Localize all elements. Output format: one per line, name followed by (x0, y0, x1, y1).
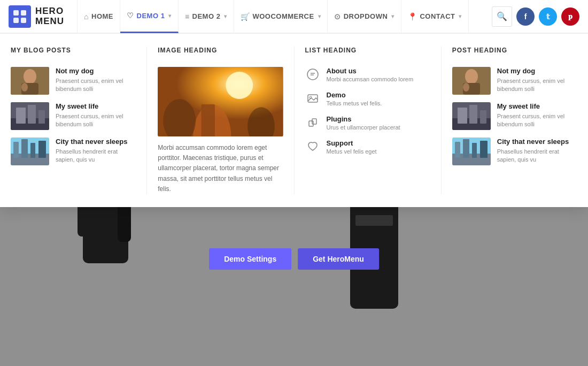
mega-col-blog: MY BLOG POSTS Not my dog Praesent cursus… (0, 47, 147, 194)
plugin-icon (305, 115, 320, 130)
svg-rect-0 (13, 10, 19, 16)
list-item-support[interactable]: Support Metus vel felis eget (305, 139, 430, 155)
image-col-text: Morbi accumsan commodo lorem eget portti… (158, 143, 283, 194)
svg-point-20 (226, 72, 253, 99)
blog-post-thumb-2 (11, 102, 49, 130)
heart-outline-icon (305, 139, 320, 154)
chevron-down-icon: ▾ (391, 13, 394, 19)
lines-icon: ≡ (185, 12, 190, 21)
list-heading: LIST HEADING (305, 47, 430, 58)
nav-item-home[interactable]: ⌂ HOME (77, 0, 120, 33)
svg-rect-10 (16, 108, 26, 124)
svg-rect-39 (458, 108, 467, 124)
svg-rect-30 (309, 121, 313, 126)
blog-post-info-3: City that never sleeps Phasellus hendrer… (56, 138, 136, 164)
post-item[interactable]: City that never sleeps Phasellus hendrer… (452, 138, 577, 165)
twitter-button[interactable]: 𝕥 (539, 7, 557, 26)
blog-post-item[interactable]: City that never sleeps Phasellus hendrer… (11, 138, 136, 165)
svg-point-36 (463, 83, 469, 92)
post-thumb-1 (452, 67, 491, 95)
svg-rect-22 (202, 104, 215, 136)
main-navigation: HERO MENU ⌂ HOME ♡ DEMO 1 ▾ ≡ DEMO 2 ▾ 🛒… (0, 0, 588, 33)
logo[interactable]: HERO MENU (9, 5, 64, 28)
svg-rect-17 (30, 143, 35, 158)
post-info-3: City that never sleeps Phasellus hendrer… (497, 138, 577, 164)
post-thumb-2 (452, 102, 491, 130)
post-info-1: Not my dog Praesent cursus, enim vel bib… (497, 67, 577, 94)
svg-point-7 (21, 83, 28, 92)
search-button[interactable]: 🔍 (492, 6, 512, 27)
svg-rect-40 (469, 105, 477, 124)
chevron-down-icon: ▾ (459, 13, 462, 19)
blog-heading: MY BLOG POSTS (11, 47, 136, 58)
get-heromenu-button[interactable]: Get HeroMenu (298, 248, 379, 270)
nav-item-contact[interactable]: 📍 CONTACT ▾ (401, 0, 469, 33)
svg-rect-15 (13, 142, 19, 158)
nav-right: 🔍 f 𝕥 𝐩 (492, 6, 579, 27)
post-info-2: My sweet life Praesent cursus, enim vel … (497, 102, 577, 129)
image-heading: IMAGE HEADING (158, 47, 283, 58)
mega-image (158, 67, 283, 136)
svg-rect-47 (480, 141, 488, 158)
cta-buttons: Demo Settings Get HeroMenu (209, 248, 379, 270)
blog-post-item[interactable]: My sweet life Praesent cursus, enim vel … (11, 102, 136, 130)
post-heading: POST HEADING (452, 47, 577, 58)
cart-icon: 🛒 (241, 12, 250, 21)
list-item-about[interactable]: About us Morbi accumsan commodo lorem (305, 67, 430, 82)
nav-item-dropdown[interactable]: ⊙ DROPDOWN ▾ (328, 0, 401, 33)
chevron-down-icon: ▾ (224, 13, 227, 19)
mega-col-list: LIST HEADING About us Morbi accumsan com… (295, 47, 442, 194)
blog-post-item[interactable]: Not my dog Praesent cursus, enim vel bib… (11, 67, 136, 95)
svg-rect-56 (355, 215, 393, 226)
mega-col-image: IMAGE HEADING Morbi accumsan c (147, 47, 294, 194)
facebook-button[interactable]: f (516, 7, 535, 26)
nav-item-woocommerce[interactable]: 🛒 WOOCOMMERCE ▾ (234, 0, 328, 33)
nav-item-demo2[interactable]: ≡ DEMO 2 ▾ (179, 0, 234, 33)
svg-rect-16 (21, 139, 28, 158)
svg-point-5 (24, 69, 36, 84)
list-item-plugins[interactable]: Plugins Urus et ullamcorper placerat (305, 115, 430, 131)
svg-rect-41 (480, 110, 486, 124)
svg-rect-2 (13, 18, 19, 23)
svg-rect-1 (21, 10, 26, 16)
heart-icon: ♡ (127, 11, 134, 20)
pinterest-button[interactable]: 𝐩 (561, 7, 579, 26)
nav-items: ⌂ HOME ♡ DEMO 1 ▾ ≡ DEMO 2 ▾ 🛒 WOOCOMMER… (77, 0, 492, 33)
chat-icon (305, 67, 320, 82)
blog-post-info-1: Not my dog Praesent cursus, enim vel bib… (56, 67, 136, 94)
post-item[interactable]: My sweet life Praesent cursus, enim vel … (452, 102, 577, 130)
chevron-down-icon: ▾ (318, 13, 321, 19)
nav-item-demo1[interactable]: ♡ DEMO 1 ▾ (120, 0, 179, 33)
svg-rect-45 (463, 139, 469, 158)
blog-post-thumb-1 (11, 67, 49, 95)
home-icon: ⌂ (84, 12, 89, 21)
svg-rect-18 (38, 141, 46, 158)
blog-post-info-2: My sweet life Praesent cursus, enim vel … (56, 102, 136, 129)
post-item[interactable]: Not my dog Praesent cursus, enim vel bib… (452, 67, 577, 95)
location-icon: 📍 (408, 12, 417, 21)
mega-col-post: POST HEADING Not my dog Praesent cursus,… (442, 47, 588, 194)
post-thumb-3 (452, 138, 491, 165)
image-icon (305, 91, 320, 106)
list-item-demo[interactable]: Demo Tellus metus vel felis. (305, 91, 430, 106)
svg-rect-11 (28, 105, 36, 124)
svg-rect-3 (21, 18, 26, 23)
logo-text: HERO MENU (35, 6, 64, 26)
svg-rect-12 (38, 110, 45, 124)
blog-post-thumb-3 (11, 138, 49, 165)
svg-rect-31 (312, 119, 316, 124)
chevron-down-icon: ▾ (168, 13, 172, 19)
svg-rect-46 (472, 143, 477, 158)
demo-settings-button[interactable]: Demo Settings (209, 248, 291, 270)
pin-icon: ⊙ (334, 12, 341, 21)
svg-point-34 (465, 69, 478, 84)
mega-menu: MY BLOG POSTS Not my dog Praesent cursus… (0, 33, 588, 207)
svg-rect-44 (455, 142, 460, 158)
svg-point-25 (307, 69, 318, 80)
logo-icon (9, 5, 31, 28)
